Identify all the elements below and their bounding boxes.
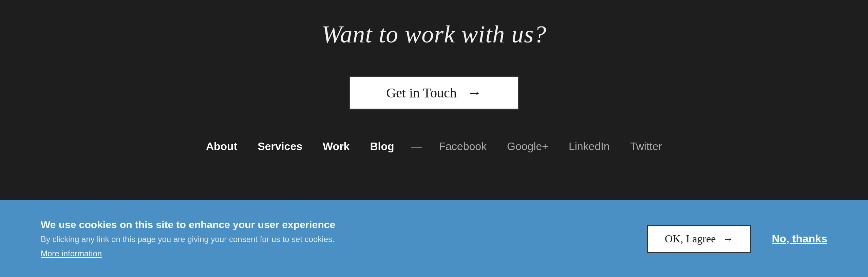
nav-item-googleplus[interactable]: Google+ xyxy=(497,140,559,153)
cookie-title: We use cookies on this site to enhance y… xyxy=(41,219,620,230)
cta-arrow-icon: → xyxy=(467,84,482,101)
cookie-more-info-link[interactable]: More information xyxy=(41,249,102,258)
get-in-touch-button[interactable]: Get in Touch → xyxy=(349,76,519,110)
cookie-decline-link[interactable]: No, thanks xyxy=(772,233,827,245)
cookie-actions: OK, I agree → No, thanks xyxy=(647,225,827,253)
agree-label: OK, I agree xyxy=(665,233,716,245)
footer-nav: About Services Work Blog — Facebook Goog… xyxy=(196,140,672,153)
main-section: Want to work with us? Get in Touch → Abo… xyxy=(0,0,868,200)
cta-label: Get in Touch xyxy=(386,85,457,101)
cookie-description: By clicking any link on this page you ar… xyxy=(41,235,620,244)
agree-arrow-icon: → xyxy=(722,233,733,245)
nav-item-linkedin[interactable]: LinkedIn xyxy=(559,140,620,153)
cookie-agree-button[interactable]: OK, I agree → xyxy=(647,225,751,253)
nav-divider: — xyxy=(404,140,429,153)
nav-item-work[interactable]: Work xyxy=(313,140,360,153)
nav-item-about[interactable]: About xyxy=(196,140,247,153)
cookie-text-section: We use cookies on this site to enhance y… xyxy=(41,219,620,258)
nav-item-twitter[interactable]: Twitter xyxy=(620,140,672,153)
nav-item-services[interactable]: Services xyxy=(247,140,313,153)
cookie-banner: We use cookies on this site to enhance y… xyxy=(0,200,868,277)
nav-item-blog[interactable]: Blog xyxy=(360,140,404,153)
nav-item-facebook[interactable]: Facebook xyxy=(429,140,497,153)
page-headline: Want to work with us? xyxy=(322,20,546,49)
